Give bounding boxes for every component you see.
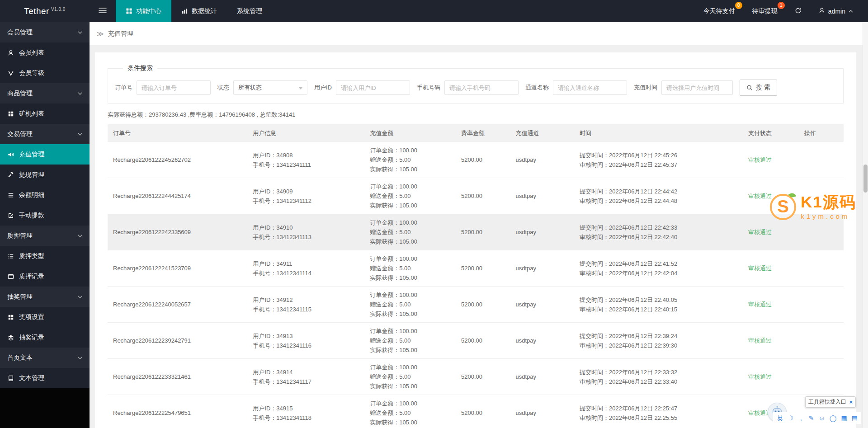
cell-time: 提交时间：2022年06月12日 22:25:47 审核时间：2022年06月1… <box>574 395 743 428</box>
admin-user-menu[interactable]: admin <box>810 0 862 22</box>
sidebar-item-recharge-management[interactable]: 充值管理 <box>0 144 90 165</box>
sidebar-item-manual-withdraw[interactable]: 手动提款 <box>0 205 90 226</box>
filter-channel: 通道名称 <box>525 80 627 95</box>
ime-comma-icon[interactable]: ， <box>798 412 804 424</box>
cell-time: 提交时间：2022年06月12日 22:45:26 审核时间：2022年06月1… <box>574 142 743 178</box>
cell-user-info: 用户ID：34911 手机号：13412341114 <box>247 250 364 287</box>
status-badge: 审核通过 <box>748 373 772 380</box>
table-row: Recharge2206122241523709 用户ID：34911 手机号：… <box>108 250 844 287</box>
cell-user-info: 用户ID：34914 手机号：13412341117 <box>247 359 364 395</box>
sidebar-item-withdraw-management[interactable]: 提现管理 <box>0 165 90 185</box>
grid-icon <box>7 111 14 117</box>
ime-clipboard-icon[interactable]: ▤ <box>852 412 858 424</box>
chevron-down-icon <box>78 92 82 95</box>
sidebar-item-text-management[interactable]: 文本管理 <box>0 368 90 388</box>
sidebar-item-pledge-management[interactable]: 质押管理 <box>0 226 90 246</box>
sidebar-item-balance-detail[interactable]: 余额明细 <box>0 185 90 205</box>
pending-withdraw-review-link[interactable]: 待审提现 1 <box>744 0 786 22</box>
filter-row: 订单号 状态 所有状态 用户ID <box>115 80 836 96</box>
sidebar-item-lottery-management[interactable]: 抽奖管理 <box>0 287 90 307</box>
cell-actions <box>799 323 844 359</box>
logo-text: Tether <box>24 6 49 16</box>
cell-user-info: 用户ID：34915 手机号：13412341118 <box>247 395 364 428</box>
ime-language-toggle[interactable]: 英 <box>777 412 783 424</box>
cell-channel: usdtpay <box>510 359 574 395</box>
channel-input[interactable] <box>553 80 627 95</box>
toolbox-shortcut[interactable]: 工具箱快捷入口 × <box>805 396 856 408</box>
col-time: 时间 <box>574 124 743 142</box>
chevron-down-icon <box>78 296 82 298</box>
user-id-input[interactable] <box>336 80 410 95</box>
sidebar-item-member-level[interactable]: 会员等级 <box>0 63 90 83</box>
grid-icon <box>7 314 14 320</box>
vip-icon <box>7 70 14 76</box>
sidebar-item-miner-list[interactable]: 矿机列表 <box>0 103 90 124</box>
tab-data-statistics[interactable]: 数据统计 <box>171 0 227 22</box>
status-select[interactable]: 所有状态 <box>233 80 307 95</box>
cell-fee-amount: 5200.00 <box>456 178 510 214</box>
cell-pay-status: 审核通过 <box>743 323 799 359</box>
sidebar-item-member-management[interactable]: 会员管理 <box>0 22 90 42</box>
phone-input[interactable] <box>444 80 519 95</box>
cell-user-info: 用户ID：34908 手机号：13412341111 <box>247 142 364 178</box>
refresh-button[interactable] <box>786 0 810 22</box>
col-user-info: 用户信息 <box>247 124 364 142</box>
sidebar-item-prize-settings[interactable]: 奖项设置 <box>0 307 90 327</box>
listdot-icon <box>7 253 14 259</box>
cell-recharge-amount: 订单金额：100.00 赠送金额：5.00 实际获得：105.00 <box>364 178 456 214</box>
cell-time: 提交时间：2022年06月12日 22:39:24 审核时间：2022年06月1… <box>574 323 743 359</box>
ime-keyboard-icon[interactable]: ▦ <box>841 412 847 424</box>
cell-fee-amount: 5200.00 <box>456 359 510 395</box>
admin-username: admin <box>828 8 845 15</box>
cell-actions <box>799 142 844 178</box>
tab-system-management[interactable]: 系统管理 <box>227 0 272 22</box>
ime-circle-icon[interactable]: ◯ <box>830 412 837 424</box>
cell-order-no: Recharge2206122244425174 <box>108 178 247 214</box>
today-pending-pay-badge: 0 <box>735 2 742 9</box>
cell-pay-status: 审核通过 <box>743 359 799 395</box>
ime-pen-icon[interactable]: ✎ <box>809 412 814 424</box>
search-button[interactable]: 搜 索 <box>740 80 777 96</box>
app-window: Tether V1.0.0 功能中心 数据统计 系统管理 今天待支付 0 待审提 <box>0 0 868 428</box>
ime-smiley-icon[interactable]: ☺ <box>819 412 825 424</box>
cell-time: 提交时间：2022年06月12日 22:33:32 审核时间：2022年06月1… <box>574 359 743 395</box>
sidebar-item-product-management[interactable]: 商品管理 <box>0 83 90 103</box>
content-area: 条件搜索 订单号 状态 所有状态 <box>90 45 868 428</box>
recharge-time-input[interactable] <box>661 80 733 95</box>
sidebar-item-trade-management[interactable]: 交易管理 <box>0 124 90 144</box>
cell-recharge-amount: 订单金额：100.00 赠送金额：5.00 实际获得：105.00 <box>364 287 456 323</box>
card-icon <box>7 273 14 280</box>
scrollbar-thumb[interactable] <box>863 165 868 193</box>
today-pending-pay-link[interactable]: 今天待支付 0 <box>695 0 744 22</box>
cell-fee-amount: 5200.00 <box>456 142 510 178</box>
sidebar-item-pledge-type[interactable]: 质押类型 <box>0 246 90 266</box>
sidebar-item-member-list[interactable]: 会员列表 <box>0 42 90 63</box>
sidebar-item-pledge-record[interactable]: 质押记录 <box>0 266 90 287</box>
ime-moon-icon[interactable]: ☽ <box>788 412 793 424</box>
search-panel-legend: 条件搜索 <box>123 64 157 72</box>
topbar-right: 今天待支付 0 待审提现 1 admin <box>695 0 862 22</box>
sidebar-item-lottery-record[interactable]: 抽奖记录 <box>0 327 90 348</box>
cell-fee-amount: 5200.00 <box>456 214 510 250</box>
cell-order-no: Recharge2206122241523709 <box>108 250 247 287</box>
cell-recharge-amount: 订单金额：100.00 赠送金额：5.00 实际获得：105.00 <box>364 142 456 178</box>
tab-function-center[interactable]: 功能中心 <box>116 0 171 22</box>
totals-summary: 实际获得总额：293780236.43 ,费率总额：14796196408 , … <box>108 111 844 119</box>
sidebar-item-home-text[interactable]: 首页文本 <box>0 348 90 368</box>
order-no-input[interactable] <box>137 80 211 95</box>
book-icon <box>7 375 14 381</box>
recharge-table-body: Recharge2206122245262702 用户ID：34908 手机号：… <box>108 142 844 428</box>
close-icon[interactable]: × <box>849 399 853 405</box>
col-recharge-amount: 充值金额 <box>364 124 456 142</box>
status-badge: 审核通过 <box>748 265 772 272</box>
cell-recharge-amount: 订单金额：100.00 赠送金额：5.00 实际获得：105.00 <box>364 359 456 395</box>
refresh-icon <box>795 7 802 15</box>
filter-user-id: 用户ID <box>314 80 410 95</box>
vertical-scrollbar[interactable] <box>863 22 868 428</box>
col-channel: 充值通道 <box>510 124 574 142</box>
hamburger-menu-icon[interactable] <box>90 0 116 22</box>
table-row: Recharge2206122225479651 用户ID：34915 手机号：… <box>108 395 844 428</box>
cell-time: 提交时间：2022年06月12日 22:41:52 审核时间：2022年06月1… <box>574 250 743 287</box>
status-badge: 审核通过 <box>748 301 772 308</box>
cell-fee-amount: 5200.00 <box>456 250 510 287</box>
